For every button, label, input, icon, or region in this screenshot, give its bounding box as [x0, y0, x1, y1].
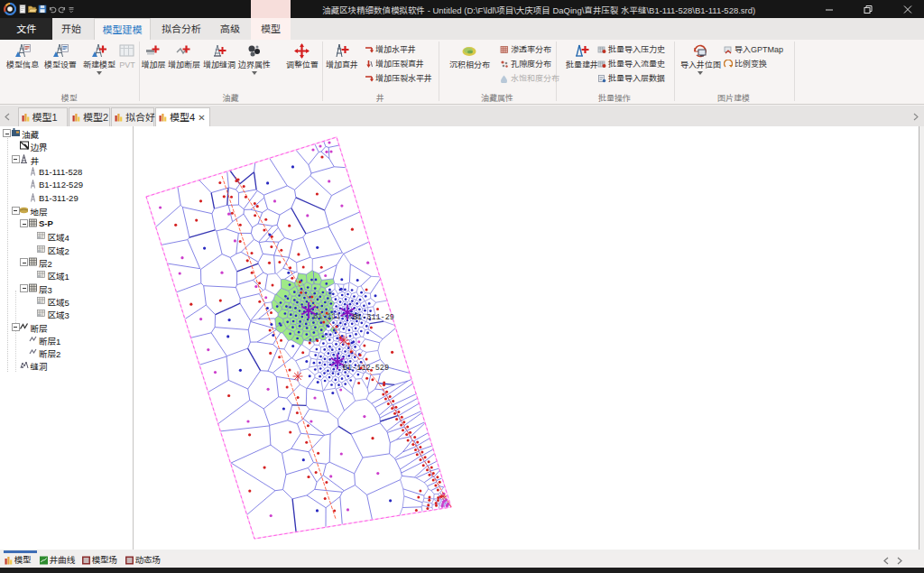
svg-text:B1-112-529: B1-112-529	[343, 364, 389, 373]
svg-text:B1-311-29: B1-311-29	[353, 313, 394, 322]
